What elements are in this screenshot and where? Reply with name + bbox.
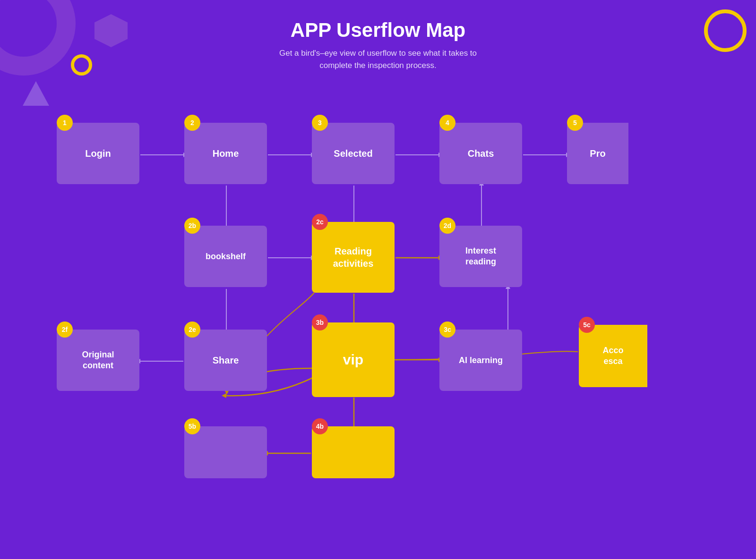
- node-acco-esca: Accoesca: [579, 325, 647, 387]
- badge-2d: 2d: [439, 218, 455, 234]
- badge-2b: 2b: [184, 218, 200, 234]
- node-reading-activities-label: Readingactivities: [333, 245, 374, 270]
- badge-2c: 2c: [312, 214, 328, 230]
- badge-5b: 5b: [184, 418, 200, 434]
- badge-2: 2: [184, 115, 200, 131]
- header: APP Userflow Map Get a bird's–eye view o…: [0, 19, 756, 71]
- node-login-label: Login: [85, 148, 111, 159]
- node-original-content: Originalcontent: [57, 330, 139, 391]
- badge-3: 3: [312, 115, 328, 131]
- node-chats-label: Chats: [468, 148, 494, 159]
- node-bookshelf: bookshelf: [184, 226, 267, 287]
- node-chats: Chats: [439, 123, 522, 184]
- node-pro: Pro: [567, 123, 628, 184]
- badge-2f: 2f: [57, 322, 73, 338]
- node-share: Share: [184, 330, 267, 391]
- node-vip: vip: [312, 322, 395, 397]
- badge-5c: 5c: [579, 317, 595, 333]
- page-subtitle: Get a bird's–eye view of userflow to see…: [0, 47, 756, 71]
- page-title: APP Userflow Map: [0, 19, 756, 42]
- node-selected-label: Selected: [334, 148, 372, 159]
- node-original-content-label: Originalcontent: [82, 349, 114, 372]
- node-reading-activities: Readingactivities: [312, 222, 395, 293]
- node-acco-esca-label: Accoesca: [602, 345, 623, 367]
- badge-4b: 4b: [312, 418, 328, 434]
- badge-4: 4: [439, 115, 455, 131]
- node-interest-reading-label: Interestreading: [465, 246, 496, 268]
- node-home-label: Home: [213, 148, 239, 159]
- badge-5: 5: [567, 115, 583, 131]
- node-ai-learning: AI learning: [439, 330, 522, 391]
- svg-marker-33: [222, 393, 226, 398]
- badge-1: 1: [57, 115, 73, 131]
- node-vip-label: vip: [343, 352, 363, 368]
- badge-3b: 3b: [312, 314, 328, 330]
- node-login: Login: [57, 123, 139, 184]
- flow-area: Login 1 Home 2 Selected 3 Chats 4 Pro 5 …: [0, 94, 756, 559]
- node-home: Home: [184, 123, 267, 184]
- node-4b: [312, 426, 395, 478]
- node-share-label: Share: [213, 355, 239, 366]
- node-selected: Selected: [312, 123, 395, 184]
- node-ai-learning-label: AI learning: [459, 356, 503, 365]
- badge-3c: 3c: [439, 322, 455, 338]
- node-5b: [184, 426, 267, 478]
- node-pro-label: Pro: [590, 148, 605, 159]
- node-interest-reading: Interestreading: [439, 226, 522, 287]
- badge-2e: 2e: [184, 322, 200, 338]
- node-bookshelf-label: bookshelf: [206, 252, 246, 262]
